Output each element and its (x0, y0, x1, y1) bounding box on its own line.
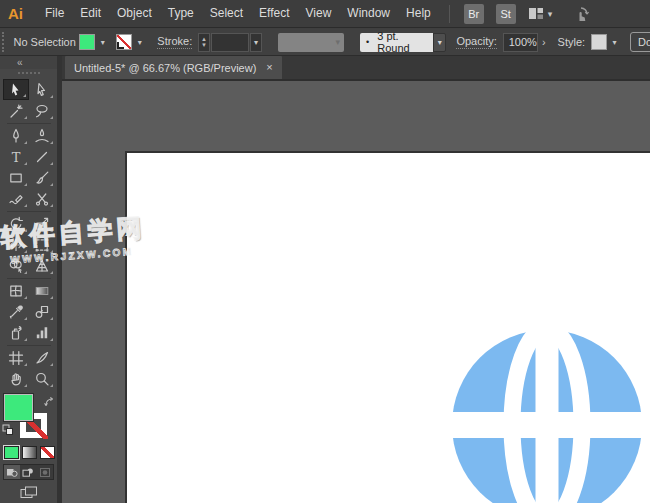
menu-select[interactable]: Select (202, 6, 251, 20)
curvature-tool[interactable] (29, 125, 55, 146)
fill-proxy[interactable] (4, 394, 33, 421)
workspace-switcher[interactable]: ▾ (528, 6, 553, 21)
type-tool-icon: T (8, 149, 24, 165)
graphic-style-swatch[interactable] (591, 34, 607, 50)
draw-inside-icon (39, 467, 51, 478)
menu-file[interactable]: File (37, 6, 72, 20)
draw-behind-mode[interactable] (20, 465, 36, 479)
perspective-grid-tool-icon (34, 258, 50, 274)
gradient-tool[interactable] (29, 280, 55, 301)
tools-panel-drag-handle[interactable] (18, 72, 40, 75)
stroke-weight-input[interactable] (211, 33, 249, 52)
none-button[interactable] (40, 446, 55, 459)
shaper-tool-icon (8, 191, 24, 207)
menu-object[interactable]: Object (109, 6, 160, 20)
rectangle-tool[interactable] (3, 167, 29, 188)
collapse-panel-button[interactable]: « (17, 58, 23, 68)
scale-tool-icon (34, 216, 50, 232)
style-label: Style: (558, 36, 586, 48)
line-segment-tool[interactable] (29, 146, 55, 167)
direct-selection-tool[interactable] (29, 79, 55, 100)
color-button[interactable] (4, 446, 19, 459)
control-bar: No Selection ▾ ▾ Stroke: ▲ ▼ ▾ ▾ • 3 pt.… (0, 29, 650, 56)
symbol-sprayer-tool-icon (8, 325, 24, 341)
chevron-down-icon: ▾ (438, 38, 442, 47)
illustrator-logo: Ai (8, 5, 23, 22)
touch-workspace-toggle[interactable] (572, 5, 590, 22)
eyedropper-tool[interactable] (3, 301, 29, 322)
close-tab-icon[interactable]: × (266, 62, 272, 73)
rectangle-tool-icon (8, 170, 24, 186)
lasso-tool[interactable] (29, 100, 55, 121)
stroke-color-dropdown[interactable]: ▾ (134, 33, 145, 51)
fill-color-swatch[interactable] (79, 34, 95, 50)
draw-inside-mode[interactable] (37, 465, 53, 479)
symbol-sprayer-tool[interactable] (3, 322, 29, 343)
stroke-weight-dropdown[interactable]: ▾ (250, 33, 262, 52)
touch-workspace-icon (572, 5, 590, 22)
variable-width-profile-dropdown[interactable]: • 3 pt. Round (360, 33, 433, 52)
menu-edit[interactable]: Edit (72, 6, 109, 20)
rotate-tool[interactable] (3, 213, 29, 234)
globe-artwork[interactable] (447, 325, 647, 503)
default-fill-stroke-icon[interactable] (2, 422, 14, 440)
scale-tool[interactable] (29, 213, 55, 234)
brush-definition-dropdown[interactable]: ▾ (278, 33, 344, 52)
shape-builder-tool[interactable] (3, 255, 29, 276)
swap-fill-stroke-icon[interactable] (44, 393, 54, 411)
shape-builder-tool-icon (8, 258, 24, 274)
magic-wand-tool[interactable] (3, 100, 29, 121)
chevron-down-icon: ▾ (548, 9, 553, 19)
hand-tool[interactable] (3, 368, 29, 389)
width-tool[interactable] (3, 234, 29, 255)
pen-tool[interactable] (3, 125, 29, 146)
document-tab-title: Untitled-5* @ 66.67% (RGB/Preview) (74, 62, 256, 74)
screen-mode-button[interactable] (0, 486, 57, 499)
profile-dropdown-button[interactable]: ▾ (433, 33, 446, 52)
opacity-label[interactable]: Opacity: (456, 35, 496, 49)
eyedropper-tool-icon (8, 304, 24, 320)
free-transform-tool[interactable] (29, 234, 55, 255)
mesh-tool[interactable] (3, 280, 29, 301)
menu-view[interactable]: View (298, 6, 340, 20)
style-dropdown[interactable]: ▾ (609, 33, 620, 51)
scissors-tool[interactable] (29, 188, 55, 209)
shaper-tool[interactable] (3, 188, 29, 209)
menu-type[interactable]: Type (160, 6, 202, 20)
selection-tool[interactable] (3, 79, 29, 100)
artboard-tool[interactable] (3, 347, 29, 368)
stock-button[interactable]: St (496, 4, 516, 24)
width-tool-icon (8, 237, 24, 253)
stroke-color-swatch[interactable] (116, 34, 132, 50)
menu-bar: Ai FileEditObjectTypeSelectEffectViewWin… (0, 0, 650, 28)
bridge-button[interactable]: Br (464, 4, 484, 24)
menu-help[interactable]: Help (398, 6, 439, 20)
menu-effect[interactable]: Effect (251, 6, 297, 20)
paintbrush-tool[interactable] (29, 167, 55, 188)
control-bar-grip[interactable] (2, 32, 7, 52)
stroke-weight-label[interactable]: Stroke: (157, 35, 192, 49)
stepper-down-icon[interactable]: ▼ (201, 42, 207, 48)
slice-tool-icon (34, 350, 50, 366)
fill-color-dropdown[interactable]: ▾ (97, 33, 108, 51)
type-tool[interactable]: T (3, 146, 29, 167)
perspective-grid-tool[interactable] (29, 255, 55, 276)
artboard[interactable] (125, 151, 650, 503)
document-tab[interactable]: Untitled-5* @ 66.67% (RGB/Preview) × (65, 56, 282, 79)
menu-window[interactable]: Window (339, 6, 398, 20)
canvas-pasteboard[interactable] (62, 79, 650, 503)
color-mode-buttons (4, 446, 57, 459)
draw-normal-mode[interactable] (4, 465, 20, 479)
document-setup-button[interactable]: Doc (630, 32, 650, 52)
magic-wand-tool-icon (8, 103, 24, 119)
blend-tool[interactable] (29, 301, 55, 322)
artboard-tool-icon (8, 350, 24, 366)
zoom-tool[interactable] (29, 368, 55, 389)
slice-tool[interactable] (29, 347, 55, 368)
gradient-button[interactable] (22, 446, 37, 459)
opacity-input[interactable]: 100% (503, 33, 538, 52)
column-graph-tool[interactable] (29, 322, 55, 343)
opacity-expand-button[interactable]: › (542, 36, 546, 48)
svg-text:T: T (11, 149, 20, 164)
stroke-weight-stepper[interactable]: ▲ ▼ (198, 33, 209, 52)
